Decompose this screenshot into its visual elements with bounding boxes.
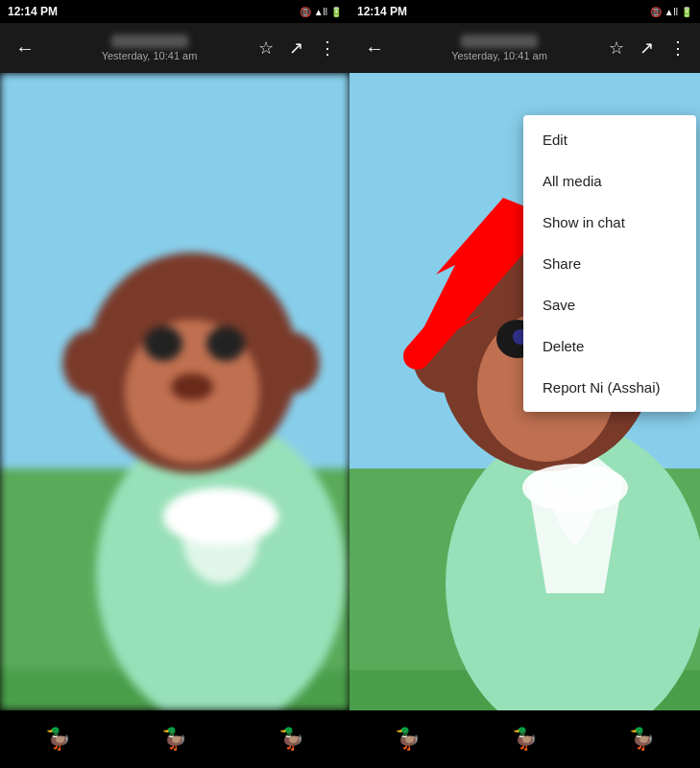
share-button-right[interactable]: ↗ [634, 32, 660, 64]
bottom-icon-3-left[interactable]: 🦆 [278, 727, 304, 752]
svg-point-7 [144, 326, 182, 361]
more-button-left[interactable]: ⋮ [313, 32, 342, 64]
svg-point-11 [182, 488, 259, 584]
toolbar-left: ← Yesterday, 10:41 am ☆ ↗ ⋮ [0, 23, 350, 73]
menu-item-share[interactable]: Share [523, 243, 696, 284]
signal-icon-left: 📵 [300, 7, 311, 17]
menu-item-all-media[interactable]: All media [523, 160, 696, 202]
more-button-right[interactable]: ⋮ [664, 32, 692, 64]
menu-item-edit[interactable]: Edit [523, 119, 696, 160]
bottom-icon-1-left[interactable]: 🦆 [45, 727, 71, 752]
subtitle-left: Yesterday, 10:41 am [102, 50, 198, 61]
battery-icon-right: 🔋 [681, 7, 692, 17]
signal-bars-right: ▲ll [664, 7, 678, 17]
status-icons-left: 📵 ▲ll 🔋 [300, 7, 342, 17]
battery-icon-left: 🔋 [330, 7, 342, 17]
signal-bars-left: ▲ll [314, 7, 327, 17]
star-button-left[interactable]: ☆ [253, 32, 279, 64]
contact-name-blur-right [461, 35, 538, 48]
svg-point-5 [62, 329, 120, 396]
menu-item-show-in-chat[interactable]: Show in chat [523, 202, 696, 243]
menu-item-delete[interactable]: Delete [523, 325, 696, 367]
title-area-left: Yesterday, 10:41 am [46, 35, 253, 61]
share-button-left[interactable]: ↗ [283, 32, 309, 64]
menu-item-save[interactable]: Save [523, 284, 696, 325]
context-menu[interactable]: Edit All media Show in chat Share Save D… [523, 115, 696, 412]
bottom-icon-2-right[interactable]: 🦆 [512, 727, 538, 752]
bottom-icon-3-right[interactable]: 🦆 [629, 727, 655, 752]
svg-point-9 [171, 373, 213, 400]
svg-point-8 [206, 326, 245, 361]
contact-name-blur-left [111, 35, 188, 48]
svg-point-18 [413, 324, 474, 393]
star-button-right[interactable]: ☆ [603, 32, 630, 64]
status-bar-left: 12:14 PM 📵 ▲ll 🔋 [0, 0, 350, 23]
toolbar-actions-right: ☆ ↗ ⋮ [603, 32, 692, 64]
svg-point-6 [266, 332, 320, 394]
status-bar-right: 12:14 PM 📵 ▲ll 🔋 [350, 0, 700, 23]
status-time-left: 12:14 PM [8, 5, 58, 18]
toolbar-right: ← Yesterday, 10:41 am ☆ ↗ ⋮ [350, 23, 700, 73]
image-area-right: Edit All media Show in chat Share Save D… [350, 73, 700, 710]
subtitle-right: Yesterday, 10:41 am [451, 50, 547, 61]
back-button-right[interactable]: ← [357, 30, 392, 67]
right-panel: 12:14 PM 📵 ▲ll 🔋 ← Yesterday, 10:41 am ☆… [350, 0, 700, 768]
status-icons-right: 📵 ▲ll 🔋 [650, 7, 692, 17]
status-time-right: 12:14 PM [357, 5, 407, 18]
monkey-image-left [0, 73, 350, 710]
menu-item-report[interactable]: Report Ni (Asshai) [523, 367, 696, 408]
signal-icon-right: 📵 [650, 7, 662, 17]
image-area-left [0, 73, 350, 710]
back-button-left[interactable]: ← [8, 30, 42, 67]
title-area-right: Yesterday, 10:41 am [396, 35, 603, 61]
bottom-icon-1-right[interactable]: 🦆 [395, 727, 421, 752]
bottom-bar-left: 🦆 🦆 🦆 [0, 710, 350, 768]
bottom-icon-2-left[interactable]: 🦆 [161, 727, 187, 752]
bottom-bar-right: 🦆 🦆 🦆 [350, 710, 700, 768]
left-panel: 12:14 PM 📵 ▲ll 🔋 ← Yesterday, 10:41 am ☆… [0, 0, 350, 768]
toolbar-actions-left: ☆ ↗ ⋮ [253, 32, 342, 64]
